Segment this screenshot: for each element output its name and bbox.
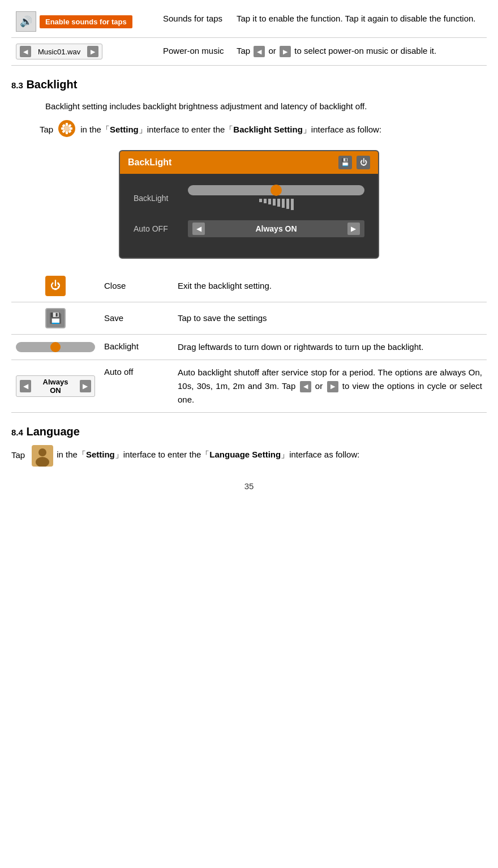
screenshot-power-icon: ⏻	[357, 156, 370, 169]
slider-icon	[16, 342, 95, 352]
backlight-desc-cell: Drag leftwards to turn down or rightward…	[173, 334, 487, 360]
music-or-text: or	[269, 46, 276, 55]
close-label-cell: Close	[100, 270, 173, 302]
power-icon: ⏻	[45, 276, 66, 296]
bar-1	[259, 199, 262, 202]
music-description: Tap ◀ or ▶ to select power-on music or d…	[237, 46, 436, 55]
svg-rect-5	[70, 127, 72, 130]
always-on-selector[interactable]: ◀ Always ON ▶	[16, 375, 95, 397]
language-section-title: Language	[26, 425, 79, 438]
lang-tap-middle: in the「Setting」interface to enter the「La…	[57, 450, 359, 460]
lang-tap-prefix: Tap	[11, 450, 25, 460]
svg-point-10	[64, 126, 70, 131]
save-label-cell: Save	[100, 302, 173, 334]
screenshot-selector-value: Always ON	[255, 224, 297, 233]
page-number-container: 35	[11, 481, 487, 491]
bar-6	[282, 199, 285, 208]
autooff-description: Auto backlight shutoff after service sto…	[178, 367, 482, 404]
always-on-prev-button[interactable]: ◀	[20, 380, 31, 392]
screenshot-backlight-row: BackLight	[134, 185, 364, 211]
backlight-label: Backlight	[104, 341, 139, 351]
settings-table: 🔊 Enable sounds for taps Sounds for taps…	[11, 6, 487, 66]
autooff-label-cell: Auto off	[100, 360, 173, 412]
settings-icon	[58, 119, 76, 138]
tap-middle: in the「Setting」interface to enter the「Ba…	[80, 122, 381, 137]
svg-rect-3	[66, 131, 68, 134]
save-desc-cell: Tap to save the settings	[173, 302, 487, 334]
close-desc-cell: Exit the backlight setting.	[173, 270, 487, 302]
bar-2	[264, 199, 267, 203]
music-label: Power-on music	[163, 46, 224, 55]
backlight-section: 8.3 Backlight Backlight setting includes…	[11, 78, 487, 413]
slider-thumb	[50, 342, 61, 352]
backlight-tap-text: Tap in the「Setting」interface to enter th…	[11, 121, 487, 139]
save-icon-cell: 💾	[11, 302, 100, 334]
slider-icon-cell	[11, 334, 100, 360]
screenshot-selector: ◀ Always ON ▶	[188, 220, 364, 237]
backlight-setting-bold: Backlight Setting	[233, 125, 303, 134]
backlight-label-cell: Backlight	[100, 334, 173, 360]
autooff-label: Auto off	[104, 367, 133, 377]
save-symbol: 💾	[49, 312, 62, 324]
speaker-icon: 🔊	[16, 11, 36, 32]
sounds-label-cell: Sounds for taps	[158, 6, 232, 38]
tap-prefix: Tap	[40, 122, 53, 137]
backlight-slider-row: Backlight Drag leftwards to turn down or…	[11, 334, 487, 360]
backlight-section-title: Backlight	[26, 78, 77, 91]
backlight-section-header: 8.3 Backlight	[11, 78, 487, 91]
sounds-description: Tap it to enable the function. Tap it ag…	[237, 14, 476, 23]
screenshot-next-nav[interactable]: ▶	[347, 223, 360, 235]
save-row: 💾 Save Tap to save the settings	[11, 302, 487, 334]
backlight-description: Drag leftwards to turn down or rightward…	[178, 342, 423, 352]
svg-rect-2	[66, 123, 68, 126]
close-description: Exit the backlight setting.	[178, 281, 272, 290]
language-section-number: 8.4	[11, 427, 23, 437]
screenshot-slider	[188, 185, 364, 195]
music-row: ◀ Music01.wav ▶ Power-on music Tap ◀ or …	[11, 38, 487, 66]
autooff-row: ◀ Always ON ▶ Auto off Auto backlight sh…	[11, 360, 487, 412]
music-icon-cell: ◀ Music01.wav ▶	[11, 38, 158, 66]
music-label-cell: Power-on music	[158, 38, 232, 66]
music-filename: Music01.wav	[33, 48, 85, 56]
bar-8	[291, 199, 294, 210]
bar-7	[286, 199, 289, 209]
music-next-inline-icon: ▶	[280, 46, 291, 57]
autooff-desc-cell: Auto backlight shutoff after service sto…	[173, 360, 487, 412]
backlight-intro: Backlight setting includes backlight bri…	[40, 99, 487, 114]
power-symbol: ⏻	[50, 280, 61, 292]
sounds-icon-cell: 🔊 Enable sounds for taps	[11, 6, 158, 38]
bar-4	[273, 199, 276, 206]
always-on-value: Always ON	[33, 378, 78, 395]
save-label: Save	[104, 313, 123, 323]
screenshot-header: BackLight 💾 ⏻	[120, 151, 378, 174]
screenshot-backlight-label: BackLight	[134, 194, 179, 203]
screenshot-slider-thumb	[271, 185, 282, 196]
feature-table: ⏻ Close Exit the backlight setting. 💾	[11, 270, 487, 413]
page-number: 35	[244, 481, 254, 491]
close-label: Close	[104, 281, 126, 290]
autooff-prev-inline-icon: ◀	[300, 381, 311, 392]
bar-3	[268, 199, 271, 204]
screenshot-prev-nav[interactable]: ◀	[192, 223, 205, 235]
close-row: ⏻ Close Exit the backlight setting.	[11, 270, 487, 302]
person-icon	[32, 445, 50, 463]
svg-rect-4	[61, 127, 64, 130]
music-next-button[interactable]: ▶	[87, 46, 98, 57]
music-prev-button[interactable]: ◀	[20, 46, 31, 57]
enable-sounds-button[interactable]: 🔊 Enable sounds for taps	[16, 11, 132, 32]
always-on-next-button[interactable]: ▶	[80, 380, 91, 392]
backlight-section-number: 8.3	[11, 80, 23, 90]
language-section: 8.4 Language Tap in the「Setting」interfac…	[11, 425, 487, 464]
screenshot-title: BackLight	[128, 157, 171, 168]
music-desc-text: to select power-on music or disable it.	[294, 46, 436, 55]
music-player[interactable]: ◀ Music01.wav ▶	[16, 44, 102, 59]
screenshot-bars	[188, 198, 364, 211]
screenshot-autooff-row: Auto OFF ◀ Always ON ▶	[134, 220, 364, 237]
bar-5	[277, 199, 280, 207]
screenshot-autooff-label: Auto OFF	[134, 224, 179, 233]
language-section-header: 8.4 Language	[11, 425, 487, 438]
autooff-or-text: or	[315, 381, 323, 391]
screenshot-save-icon: 💾	[338, 156, 352, 169]
backlight-screenshot-container: BackLight 💾 ⏻ BackLight	[11, 150, 487, 259]
save-description: Tap to save the settings	[178, 313, 267, 323]
